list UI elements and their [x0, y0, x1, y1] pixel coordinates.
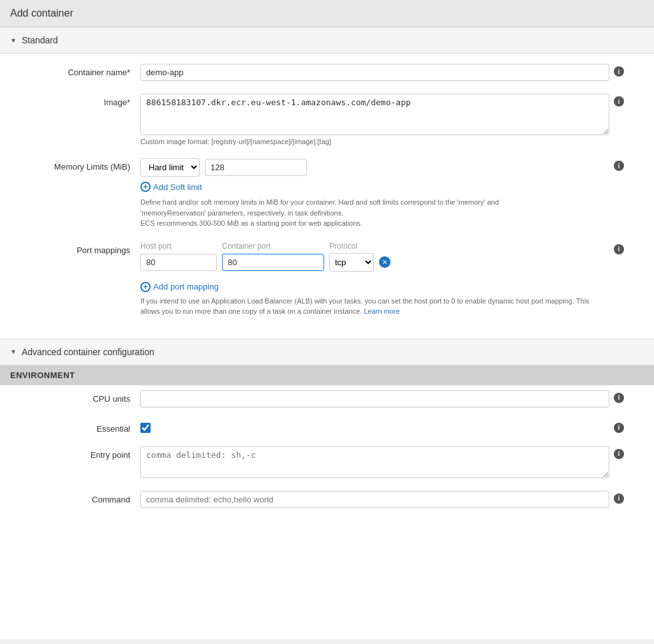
container-port-header: Container port: [222, 242, 324, 251]
memory-limits-row: Memory Limits (MiB) Hard limit + Add Sof…: [0, 158, 654, 229]
memory-limits-control-wrap: Hard limit + Add Soft limit Define hard …: [140, 158, 609, 229]
image-info-icon[interactable]: i: [614, 96, 624, 106]
standard-arrow-icon: ▼: [10, 37, 17, 44]
entry-point-control-wrap: [140, 446, 609, 478]
essential-label: Essential: [26, 420, 140, 434]
standard-section-header[interactable]: ▼ Standard: [0, 27, 654, 54]
add-soft-limit-plus-icon: +: [140, 182, 151, 192]
cpu-units-input[interactable]: [140, 390, 609, 407]
protocol-header: Protocol: [329, 242, 380, 251]
port-mappings-info-wrap: i: [609, 242, 628, 254]
command-label: Command: [26, 491, 140, 504]
host-port-input[interactable]: [140, 254, 217, 271]
command-control-wrap: [140, 491, 609, 508]
port-mappings-control-wrap: Host port Container port Protocol tcp ud…: [140, 242, 609, 317]
port-mappings-label: Port mappings: [26, 242, 140, 255]
essential-info-icon[interactable]: i: [614, 423, 624, 433]
command-input[interactable]: [140, 491, 609, 508]
port-mapping-entry: tcp udp ×: [140, 253, 609, 272]
protocol-select[interactable]: tcp udp: [330, 254, 373, 271]
hard-limit-select[interactable]: Hard limit: [140, 158, 200, 177]
port-mappings-row: Port mappings Host port Container port P…: [0, 242, 654, 317]
essential-row: Essential i: [0, 420, 654, 434]
entry-point-info-wrap: i: [609, 446, 628, 459]
page-title: Add container: [10, 8, 644, 19]
add-port-mapping-plus-icon: +: [140, 282, 151, 292]
advanced-section-header[interactable]: ▼ Advanced container configuration: [0, 339, 654, 365]
essential-info-wrap: i: [609, 420, 628, 433]
memory-info-icon[interactable]: i: [614, 161, 624, 171]
memory-inputs-row: Hard limit: [140, 158, 609, 177]
env-content: CPU units i Essential i: [0, 385, 654, 526]
environment-section: ENVIRONMENT CPU units i Essential: [0, 365, 654, 526]
entry-point-row: Entry point i: [0, 446, 654, 478]
container-name-row: Container name* i: [0, 64, 654, 81]
cpu-units-label: CPU units: [26, 390, 140, 404]
entry-point-info-icon[interactable]: i: [614, 449, 624, 459]
host-port-header: Host port: [140, 242, 217, 251]
cpu-units-row: CPU units i: [0, 390, 654, 407]
remove-port-mapping-icon[interactable]: ×: [379, 256, 390, 268]
cpu-units-info-wrap: i: [609, 390, 628, 403]
image-control-wrap: 886158183107.dkr.ecr.eu-west-1.amazonaws…: [140, 94, 609, 145]
command-info-wrap: i: [609, 491, 628, 504]
env-section-header: ENVIRONMENT: [0, 365, 654, 385]
port-mappings-info-icon[interactable]: i: [614, 244, 624, 254]
port-mapping-hint: If you intend to use an Application Load…: [140, 296, 609, 317]
command-info-icon[interactable]: i: [614, 494, 624, 504]
page-header: Add container: [0, 0, 654, 27]
protocol-select-wrap: tcp udp: [329, 253, 374, 272]
image-row: Image* 886158183107.dkr.ecr.eu-west-1.am…: [0, 94, 654, 145]
image-label: Image*: [26, 94, 140, 107]
advanced-section-label: Advanced container configuration: [22, 347, 154, 357]
container-name-input[interactable]: [140, 64, 609, 81]
standard-section-label: Standard: [22, 35, 58, 45]
container-name-label: Container name*: [26, 64, 140, 77]
memory-hint: Define hard and/or soft memory limits in…: [140, 197, 609, 229]
add-soft-limit-link[interactable]: + Add Soft limit: [140, 182, 609, 192]
advanced-arrow-icon: ▼: [10, 348, 17, 355]
standard-form-section: Container name* i Image* 886158183107.dk…: [0, 54, 654, 333]
container-name-info-wrap: i: [609, 64, 628, 77]
memory-info-wrap: i: [609, 158, 628, 171]
entry-point-label: Entry point: [26, 446, 140, 460]
advanced-section: ▼ Advanced container configuration ENVIR…: [0, 339, 654, 526]
container-name-control-wrap: [140, 64, 609, 81]
image-input[interactable]: 886158183107.dkr.ecr.eu-west-1.amazonaws…: [140, 94, 609, 135]
memory-limits-label: Memory Limits (MiB): [26, 158, 140, 172]
cpu-units-info-icon[interactable]: i: [614, 393, 624, 403]
entry-point-input[interactable]: [140, 446, 609, 478]
container-name-info-icon[interactable]: i: [614, 66, 624, 77]
port-headers: Host port Container port Protocol: [140, 242, 609, 251]
hard-limit-input[interactable]: [205, 159, 307, 176]
essential-control-wrap: [140, 420, 609, 433]
container-port-input[interactable]: [222, 254, 324, 271]
image-info-wrap: i: [609, 94, 628, 106]
image-hint: Custom image format: [registry-url]/[nam…: [140, 138, 609, 145]
main-content: ▼ Standard Container name* i Image* 8861…: [0, 27, 654, 640]
command-row: Command i: [0, 491, 654, 508]
cpu-units-control-wrap: [140, 390, 609, 407]
essential-checkbox[interactable]: [140, 423, 151, 433]
learn-more-link[interactable]: Learn more: [364, 307, 399, 315]
add-port-mapping-link[interactable]: + Add port mapping: [140, 282, 609, 292]
